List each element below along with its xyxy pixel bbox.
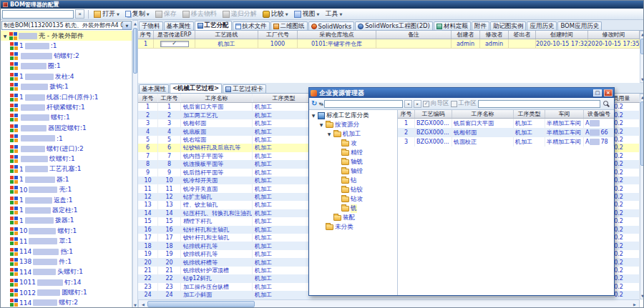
library-tree-item[interactable]: 轴铣	[309, 157, 397, 167]
expander-icon[interactable]: ▼	[311, 113, 316, 118]
tab-process-assignment[interactable]: 工艺分配	[195, 21, 232, 30]
library-process-row[interactable]: 1 BZGX000... 铣后窗口大平面 机加工 半精加工车间 A	[398, 119, 614, 128]
column-header[interactable]: 备注	[376, 31, 452, 39]
library-tree-item[interactable]: 轴镗	[309, 167, 397, 176]
bom-tree-item[interactable]: 1 发柱:4	[1, 71, 132, 81]
scroll-left-arrow[interactable]: ◀	[139, 302, 147, 307]
column-header[interactable]: 设备编号	[584, 110, 614, 118]
filter-input[interactable]	[324, 100, 403, 108]
bom-tree-item[interactable]: 1 工艺孔塞:1	[1, 164, 132, 174]
process-table-scrollbar[interactable]: ▲ ▼	[640, 94, 644, 299]
close-button[interactable]: ×	[604, 89, 613, 96]
scroll-down-arrow[interactable]: ▼	[640, 76, 644, 82]
library-process-row[interactable]: 2 BZGX000... 铣相邻面 机加工 半精加工车间 A66	[398, 128, 614, 137]
bom-table-row[interactable]: 1✓机加工10000101:平键零件仓库adminadmin2020-10-15…	[138, 39, 640, 49]
library-tree-item[interactable]: ▼ 按资源分	[309, 120, 397, 129]
bom-cell-erp[interactable]: ✓	[154, 39, 195, 48]
tab-detail-basic[interactable]: 基本属性	[139, 84, 169, 93]
tab-2d-drawings[interactable]: 二维图纸	[270, 21, 308, 30]
bom-tree-item[interactable]: 纹螺钉:1	[1, 154, 132, 164]
search-icon[interactable]	[603, 101, 608, 106]
bom-tree-item[interactable]: 1011 钉:14	[1, 277, 132, 287]
bom-tree-item[interactable]: 10 壳:1	[1, 184, 132, 194]
tab-bom-usage-history[interactable]: BOM应用历史	[557, 21, 602, 30]
expander-icon[interactable]: ▼	[326, 131, 332, 136]
bom-tree-item[interactable]: :1	[1, 134, 132, 144]
bom-tree-item[interactable]: 1 器:1	[1, 174, 132, 184]
column-header[interactable]: 创建者	[452, 31, 480, 39]
bom-tree-item[interactable]: 11 罩:1	[1, 236, 132, 246]
scroll-up-arrow[interactable]: ▲	[640, 94, 644, 100]
work-area-checkbox[interactable]	[451, 101, 457, 107]
toolbar-clear-button[interactable]: ×	[75, 9, 84, 19]
bom-tree-item[interactable]: 1012 圆螺钉:1	[1, 287, 132, 297]
tab-usage-history[interactable]: 应用历史	[527, 21, 557, 30]
bom-tree-item[interactable]: 1 返盘:1	[1, 195, 132, 205]
column-header-op-no[interactable]: 工序号	[158, 94, 181, 102]
bom-selector-combobox[interactable]: 制造BOM(113200135 机壳、外装外部件A4 01) ▼	[1, 21, 132, 30]
bom-tree-item[interactable]: 1 :1	[1, 41, 132, 51]
view-button[interactable]: 视图 ▼	[293, 9, 321, 19]
tab-attachments[interactable]: 附件	[472, 21, 489, 30]
search-input[interactable]	[478, 100, 600, 108]
bom-tree-item[interactable]: 1 拨器:1	[1, 216, 132, 226]
bom-tree-item[interactable]: 销螺钉:2	[1, 51, 132, 61]
scroll-thumb[interactable]	[640, 39, 644, 54]
compare-button[interactable]: 比较 ▼	[261, 9, 290, 19]
tab-machining-process[interactable]: <机械工艺过程>	[170, 84, 222, 93]
library-process-row[interactable]: 3 BZGX000... 铣面校正 机加工 半精加工车间 A78	[398, 137, 614, 146]
prev-button[interactable]: ◂	[404, 100, 412, 108]
tab-tech-documents[interactable]: 技术文件	[233, 21, 270, 30]
column-header[interactable]: 车间	[545, 110, 584, 118]
bom-tree-item[interactable]: 器固定螺钉:1	[1, 123, 132, 133]
column-header[interactable]: 创建时间	[536, 31, 588, 39]
tab-basic-properties[interactable]: 基本属性	[164, 21, 194, 30]
library-tree-item[interactable]: 未分类	[309, 222, 397, 232]
column-header[interactable]: 工厂代号	[258, 31, 298, 39]
scroll-thumb[interactable]	[640, 101, 644, 166]
tab-mnemonic-instances[interactable]: 助记图实例	[490, 21, 527, 30]
scroll-thumb[interactable]	[147, 301, 255, 307]
scroll-down-arrow[interactable]: ▼	[640, 293, 644, 299]
bom-tree-item[interactable]: 114 挡:1	[1, 247, 132, 257]
open-button[interactable]: 打开 ▼	[92, 9, 121, 19]
save-button[interactable]: 保存	[154, 9, 178, 19]
column-header[interactable]: 修改者	[480, 31, 509, 39]
bom-tree-item[interactable]: 114 螺钉:2	[1, 298, 132, 308]
column-header-seq[interactable]: 序号	[138, 94, 158, 102]
bom-tree-item[interactable]: 螺钉:1	[1, 113, 132, 123]
scroll-up-arrow[interactable]: ▲	[640, 31, 644, 37]
scroll-up-arrow[interactable]: ▲	[133, 21, 137, 26]
column-header[interactable]: 工序名称	[452, 110, 514, 118]
toolbar-search-input[interactable]	[2, 10, 74, 19]
column-header-op-type[interactable]: 工序类型	[253, 94, 316, 102]
bom-tree-item[interactable]: 拨钩:1	[1, 82, 132, 92]
next-button[interactable]: ▸	[414, 100, 421, 108]
scroll-right-arrow[interactable]: ▶	[630, 302, 639, 307]
tab-sub-materials[interactable]: 子物料	[139, 21, 163, 30]
maximize-button[interactable]: □	[593, 89, 602, 96]
remove-material-button[interactable]: 移去物料	[181, 9, 218, 19]
column-header[interactable]: 工艺路线	[195, 31, 258, 39]
library-tree-item[interactable]: 铣	[309, 204, 397, 213]
expander-icon[interactable]: ▼	[318, 122, 324, 127]
combo-dropdown-icon[interactable]: ▼	[122, 21, 131, 29]
scroll-thumb[interactable]	[133, 28, 137, 74]
bom-tree-item[interactable]: 1 器定柱:1	[1, 205, 132, 215]
column-header[interactable]: 签出者	[509, 31, 536, 39]
column-header[interactable]: 采购仓库地点	[298, 31, 376, 39]
expander-icon[interactable]: ▼	[2, 34, 8, 39]
tab-solidworks[interactable]: SolidWorks	[308, 21, 355, 30]
tree-root-item[interactable]: ▼ 壳 - 外装外部件	[1, 31, 132, 41]
column-header[interactable]: 工艺编码	[415, 110, 452, 118]
process-table-hscrollbar[interactable]: ◀ ▶	[138, 299, 640, 308]
column-header-op-name[interactable]: 工序名称	[181, 94, 253, 102]
column-header[interactable]: 是否传递ERP	[154, 31, 195, 39]
bom-tree-item[interactable]: 1 线器:口件(原件):1	[1, 92, 132, 102]
bom-tree-item[interactable]: 10 螺钉:1	[1, 226, 132, 236]
library-tree-item[interactable]: 装配	[309, 213, 397, 222]
tools-button[interactable]: 工具 ▼	[323, 9, 343, 19]
library-tree-item[interactable]: ▼ 机加工	[309, 129, 397, 139]
column-header[interactable]: 序号	[138, 31, 154, 39]
guide-area-checkbox[interactable]: ✓	[423, 101, 429, 107]
